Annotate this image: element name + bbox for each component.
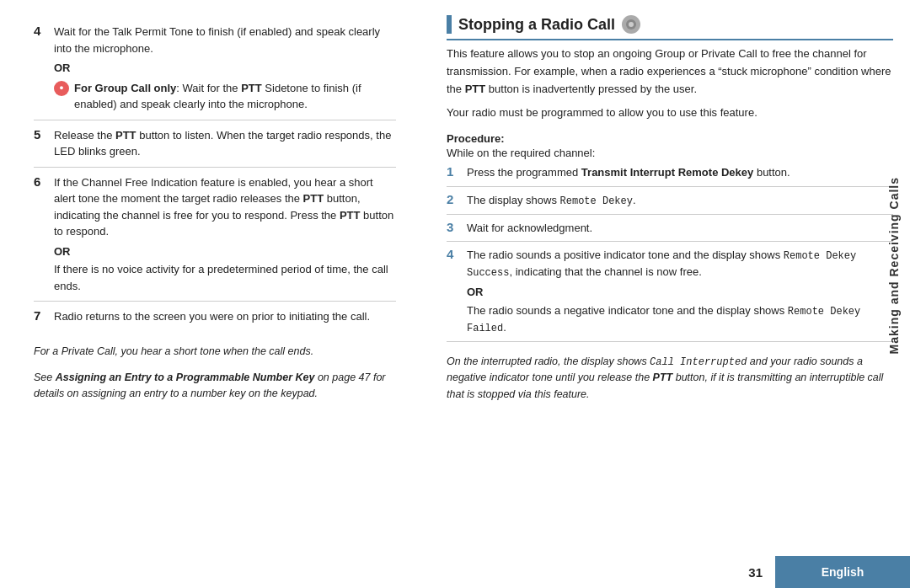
left-column: 4 Wait for the Talk Permit Tone to finis… bbox=[0, 0, 421, 588]
section-heading: Stopping a Radio Call bbox=[447, 15, 893, 40]
right-step-content-2: The display shows Remote Dekey. bbox=[467, 192, 893, 209]
page-number: 31 bbox=[748, 565, 763, 580]
right-step-content-1: Press the programmed Transmit Interrupt … bbox=[467, 164, 893, 181]
section-bar bbox=[447, 15, 452, 34]
right-step-content-4: The radio sounds a positive indicator to… bbox=[467, 247, 893, 336]
step-content-6: If the Channel Free Indication feature i… bbox=[54, 174, 396, 295]
procedure-label: Procedure: bbox=[447, 132, 893, 145]
right-step-number-1: 1 bbox=[447, 164, 458, 179]
left-step-7: 7 Radio returns to the screen you were o… bbox=[34, 308, 396, 332]
right-column: Stopping a Radio Call This feature allow… bbox=[421, 0, 910, 588]
right-must-text: Your radio must be programmed to allow y… bbox=[447, 104, 893, 122]
left-step-4: 4 Wait for the Talk Permit Tone to finis… bbox=[34, 24, 396, 120]
group-call-text: For Group Call only: Wait for the PTT Si… bbox=[74, 80, 396, 113]
right-step-number-2: 2 bbox=[447, 192, 458, 206]
right-step-list: 1 Press the programmed Transmit Interrup… bbox=[447, 164, 893, 347]
right-step-number-3: 3 bbox=[447, 220, 458, 234]
step-number-5: 5 bbox=[34, 127, 47, 142]
left-italic-note-1: For a Private Call, you hear a short ton… bbox=[34, 344, 396, 360]
step-content-4: Wait for the Talk Permit Tone to finish … bbox=[54, 24, 396, 113]
heading-icon bbox=[622, 15, 640, 34]
while-text: While on the required channel: bbox=[447, 147, 893, 159]
right-or-label-4: OR bbox=[467, 284, 893, 301]
right-step-3: 3 Wait for acknowledgment. bbox=[447, 220, 893, 243]
language-bar: English bbox=[775, 556, 910, 588]
step-number-7: 7 bbox=[34, 308, 47, 323]
step-number-6: 6 bbox=[34, 174, 47, 189]
right-step-number-4: 4 bbox=[447, 247, 458, 261]
right-step-2: 2 The display shows Remote Dekey. bbox=[447, 192, 893, 215]
step-number-4: 4 bbox=[34, 24, 47, 38]
left-step-5: 5 Release the PTT button to listen. When… bbox=[34, 127, 396, 168]
sidebar-label: Making and Receiving Calls bbox=[887, 177, 901, 354]
left-step-6: 6 If the Channel Free Indication feature… bbox=[34, 174, 396, 302]
left-step-list: 4 Wait for the Talk Permit Tone to finis… bbox=[34, 24, 396, 339]
language-label: English bbox=[822, 565, 864, 579]
radio-icon bbox=[625, 19, 637, 30]
right-italic-note: On the interrupted radio, the display sh… bbox=[447, 354, 893, 403]
page-container: 4 Wait for the Talk Permit Tone to finis… bbox=[0, 0, 910, 588]
right-intro-text: This feature allows you to stop an ongoi… bbox=[447, 45, 893, 98]
step-content-5: Release the PTT button to listen. When t… bbox=[54, 127, 396, 160]
right-step-4: 4 The radio sounds a positive indicator … bbox=[447, 247, 893, 342]
right-step-content-3: Wait for acknowledgment. bbox=[467, 220, 893, 237]
left-italic-note-2: See Assigning an Entry to a Programmable… bbox=[34, 370, 396, 403]
svg-point-1 bbox=[629, 22, 634, 27]
section-title: Stopping a Radio Call bbox=[458, 16, 615, 34]
ptt-icon-4: ● bbox=[54, 81, 69, 96]
step-content-7: Radio returns to the screen you were on … bbox=[54, 308, 396, 325]
or-label-6: OR bbox=[54, 243, 396, 260]
vertical-sidebar-tab: Making and Receiving Calls bbox=[878, 0, 910, 531]
right-step-1: 1 Press the programmed Transmit Interrup… bbox=[447, 164, 893, 187]
or-label-4: OR bbox=[54, 60, 396, 77]
